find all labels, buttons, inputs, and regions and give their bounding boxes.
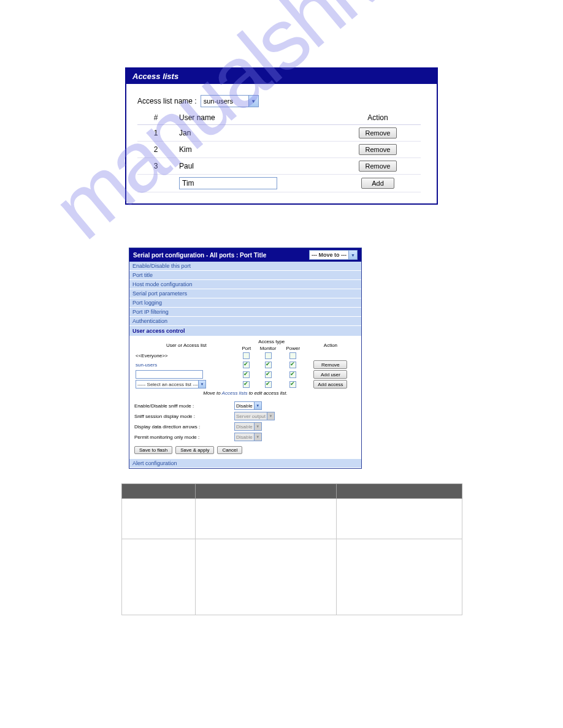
empty-cell xyxy=(337,539,462,615)
table-row: 1 Jan Remove xyxy=(137,125,421,142)
empty-header-3 xyxy=(337,484,462,499)
chevron-down-icon: ▼ xyxy=(348,251,357,259)
col-username: User name xyxy=(174,111,335,125)
permit-select: Disable ▼ xyxy=(234,433,262,441)
everyone-label: <<Everyone>> xyxy=(134,352,239,360)
arrows-row: Display data direction arrows : Disable … xyxy=(134,422,356,431)
user-access-control-section: User access control xyxy=(129,326,361,336)
empty-header-2 xyxy=(196,484,337,499)
chevron-down-icon: ▼ xyxy=(254,433,261,441)
checkbox-power[interactable] xyxy=(289,381,296,388)
access-lists-link[interactable]: Access lists xyxy=(222,390,248,396)
access-lists-table: # User name Action 1 Jan Remove 2 Kim Re… xyxy=(137,111,421,192)
user-access-body: User or Access list Access type Action P… xyxy=(129,336,361,459)
table-header-row: # User name Action xyxy=(137,111,421,125)
row-add-access: ----- Select an access list ----- ▼ Add … xyxy=(134,379,356,389)
access-list-name-label: Access list name : xyxy=(137,97,197,105)
arrows-label: Display data direction arrows : xyxy=(134,424,229,430)
table-header-row xyxy=(122,484,462,499)
access-list-name-row: Access list name : sun-users ▼ xyxy=(137,95,421,107)
col-port: Port xyxy=(239,345,255,352)
table-row xyxy=(122,539,462,615)
new-user-input[interactable] xyxy=(179,177,277,189)
save-apply-button[interactable]: Save & apply xyxy=(175,446,214,454)
checkbox-power[interactable] xyxy=(289,362,296,368)
nav-port-logging[interactable]: Port logging xyxy=(129,298,361,308)
permit-row: Permit monitoring only mode : Disable ▼ xyxy=(134,433,356,441)
select-access-list[interactable]: ----- Select an access list ----- ▼ xyxy=(136,380,206,389)
remove-button[interactable]: Remove xyxy=(359,161,397,172)
table-row-new: Add xyxy=(137,175,421,192)
nav-port-title[interactable]: Port title xyxy=(129,271,361,280)
empty-cell xyxy=(196,499,337,539)
add-access-button[interactable]: Add access xyxy=(313,380,347,389)
row-everyone: <<Everyone>> xyxy=(134,352,356,360)
col-power: Power xyxy=(282,345,305,352)
row-name: Jan xyxy=(174,125,335,142)
checkbox-monitor[interactable] xyxy=(265,352,272,359)
nav-serial-params[interactable]: Serial port parameters xyxy=(129,289,361,298)
remove-button[interactable]: Remove xyxy=(359,127,397,138)
checkbox-monitor[interactable] xyxy=(265,371,272,378)
checkbox-monitor[interactable] xyxy=(265,362,272,368)
nav-port-ip-filtering[interactable]: Port IP filtering xyxy=(129,308,361,317)
nav-enable-disable[interactable]: Enable/Disable this port xyxy=(129,262,361,271)
empty-header-1 xyxy=(122,484,196,499)
access-lists-title: Access lists xyxy=(126,69,437,84)
empty-cell xyxy=(196,539,337,615)
col-number: # xyxy=(137,111,174,125)
checkbox-power[interactable] xyxy=(289,352,296,359)
table-row xyxy=(122,499,462,539)
row-num: 1 xyxy=(137,125,174,142)
row-sun-users: sun-users Remove xyxy=(134,360,356,370)
checkbox-port[interactable] xyxy=(243,381,250,388)
nav-alert-configuration[interactable]: Alert configuration xyxy=(129,459,361,468)
remove-button[interactable]: Remove xyxy=(313,360,347,369)
checkbox-monitor[interactable] xyxy=(265,381,272,388)
empty-cell xyxy=(122,539,196,615)
add-user-button[interactable]: Add user xyxy=(313,370,347,379)
permit-value: Disable xyxy=(235,434,254,440)
chevron-down-icon: ▼ xyxy=(248,96,258,107)
chevron-down-icon: ▼ xyxy=(254,402,261,409)
display-mode-value: Server output xyxy=(235,414,267,419)
col-user-or-list: User or Access list xyxy=(134,338,239,352)
nav-authentication[interactable]: Authentication xyxy=(129,317,361,326)
checkbox-port[interactable] xyxy=(243,352,250,359)
sniff-mode-select[interactable]: Disable ▼ xyxy=(234,401,262,410)
footer-buttons: Save to flash Save & apply Cancel xyxy=(134,446,356,454)
access-lists-body: Access list name : sun-users ▼ # User na… xyxy=(126,84,437,203)
chevron-down-icon: ▼ xyxy=(254,423,261,430)
save-to-flash-button[interactable]: Save to flash xyxy=(134,446,172,454)
col-monitor: Monitor xyxy=(255,345,282,352)
access-list-note: Move to Access lists to edit access list… xyxy=(134,389,356,400)
nav-host-mode[interactable]: Host mode configuration xyxy=(129,280,361,289)
empty-cell xyxy=(122,499,196,539)
display-mode-row: Sniff session display mode : Server outp… xyxy=(134,412,356,420)
checkbox-port[interactable] xyxy=(243,362,250,368)
row-name: Paul xyxy=(174,158,335,175)
display-mode-label: Sniff session display mode : xyxy=(134,414,229,419)
access-list-name-select[interactable]: sun-users ▼ xyxy=(201,95,259,107)
sun-users-link[interactable]: sun-users xyxy=(136,362,157,368)
checkbox-power[interactable] xyxy=(289,371,296,378)
chevron-down-icon: ▼ xyxy=(198,381,205,388)
nav-group: Enable/Disable this port Port title Host… xyxy=(129,262,361,326)
checkbox-port[interactable] xyxy=(243,371,250,378)
sniff-mode-label: Enable/Disable sniff mode : xyxy=(134,403,229,409)
empty-reference-table xyxy=(121,483,462,615)
row-add-user: Add user xyxy=(134,370,356,379)
move-to-select[interactable]: --- Move to --- ▼ xyxy=(309,250,358,260)
add-button[interactable]: Add xyxy=(361,178,394,189)
access-lists-panel: Access lists Access list name : sun-user… xyxy=(125,67,438,205)
permit-label: Permit monitoring only mode : xyxy=(134,434,229,440)
cancel-button[interactable]: Cancel xyxy=(217,446,242,454)
empty-cell xyxy=(337,499,462,539)
table-row: 2 Kim Remove xyxy=(137,142,421,158)
remove-button[interactable]: Remove xyxy=(359,144,397,155)
col-access-type: Access type xyxy=(239,338,305,345)
row-num: 2 xyxy=(137,142,174,158)
serial-panel-header: Serial port configuration - All ports : … xyxy=(129,248,361,262)
user-input[interactable] xyxy=(136,370,203,379)
chevron-down-icon: ▼ xyxy=(267,412,274,420)
